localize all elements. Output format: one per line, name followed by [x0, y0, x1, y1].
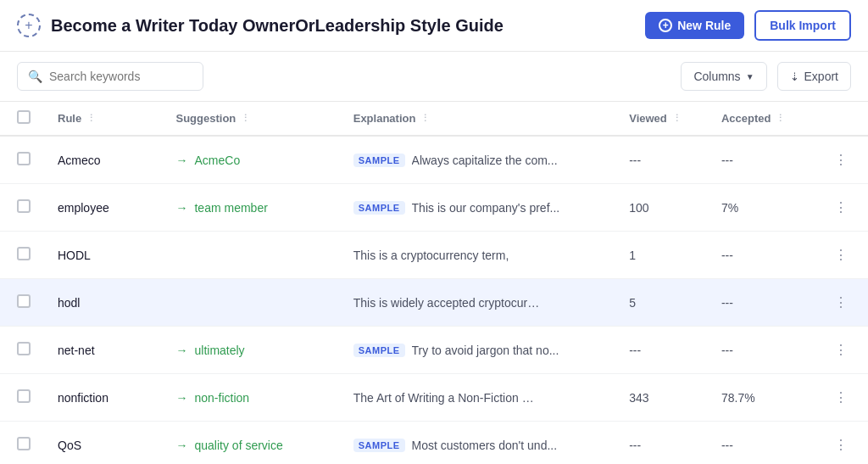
- row-check-cell: [0, 422, 44, 465]
- table-body: Acmeco→AcmeCoSAMPLEAlways capitalize the…: [0, 136, 868, 464]
- accepted-cell: ---: [708, 136, 814, 184]
- rule-cell: net-net: [44, 327, 162, 374]
- download-icon: ⇣: [790, 70, 799, 83]
- explanation-text: Always capitalize the com...: [412, 154, 558, 167]
- viewed-sort-icon[interactable]: ⋮: [672, 113, 682, 124]
- arrow-right-icon: →: [175, 154, 187, 167]
- rule-cell: HODL: [44, 232, 162, 279]
- actions-cell: ⋮: [814, 279, 868, 327]
- arrow-right-icon: →: [175, 201, 187, 215]
- new-rule-plus-icon: +: [659, 19, 672, 32]
- row-actions-button[interactable]: ⋮: [827, 338, 854, 361]
- row-checkbox[interactable]: [17, 152, 31, 165]
- explanation-text: This is widely accepted cryptocurrenc...: [353, 296, 540, 310]
- table-row: net-net→ultimatelySAMPLETry to avoid jar…: [0, 327, 868, 374]
- col-header-accepted: Accepted ⋮: [708, 102, 814, 136]
- bulk-import-label: Bulk Import: [770, 19, 836, 32]
- row-checkbox[interactable]: [17, 199, 31, 213]
- row-check-cell: [0, 327, 44, 374]
- columns-label: Columns: [693, 70, 740, 83]
- row-check-cell: [0, 136, 44, 184]
- row-check-cell: [0, 184, 44, 232]
- col-header-viewed: Viewed ⋮: [615, 102, 708, 136]
- explanation-text: Try to avoid jargon that no...: [412, 344, 559, 357]
- row-actions-button[interactable]: ⋮: [827, 148, 854, 171]
- explanation-sort-icon[interactable]: ⋮: [420, 113, 430, 124]
- explanation-inner: This is widely accepted cryptocurrenc...: [353, 296, 602, 310]
- row-checkbox[interactable]: [17, 247, 31, 260]
- new-rule-label: New Rule: [677, 19, 731, 32]
- columns-button[interactable]: Columns ▼: [681, 62, 766, 91]
- table-row: employee→team memberSAMPLEThis is our co…: [0, 184, 868, 232]
- col-accepted-label: Accepted: [721, 112, 771, 125]
- row-actions-button[interactable]: ⋮: [827, 243, 854, 266]
- row-checkbox[interactable]: [17, 389, 31, 403]
- row-actions-button[interactable]: ⋮: [827, 386, 854, 409]
- col-header-actions: [814, 102, 868, 136]
- search-input[interactable]: [49, 70, 192, 83]
- explanation-text: Most customers don't und...: [412, 439, 558, 452]
- suggestion-cell: →non-fiction: [162, 374, 339, 422]
- suggestion-cell: →quality of service: [162, 422, 339, 465]
- rule-sort-icon[interactable]: ⋮: [86, 113, 96, 124]
- col-header-check: [0, 102, 44, 136]
- row-actions-button[interactable]: ⋮: [827, 291, 854, 314]
- suggestion-cell: →team member: [162, 184, 339, 232]
- explanation-text: The Art of Writing a Non-Fiction Book: [353, 391, 540, 405]
- row-checkbox[interactable]: [17, 437, 31, 450]
- actions-cell: ⋮: [814, 327, 868, 374]
- arrow-right-icon: →: [175, 439, 187, 452]
- arrow-right-icon: →: [175, 391, 187, 405]
- col-viewed-label: Viewed: [629, 112, 667, 125]
- explanation-inner: This is a cryptocurrency term,: [353, 249, 602, 262]
- row-actions-button[interactable]: ⋮: [827, 433, 854, 456]
- col-rule-label: Rule: [58, 112, 81, 125]
- suggestion-sort-icon[interactable]: ⋮: [241, 113, 250, 124]
- table-row: hodlThis is widely accepted cryptocurren…: [0, 279, 868, 327]
- new-rule-button[interactable]: + New Rule: [645, 12, 744, 39]
- sample-badge: SAMPLE: [353, 344, 405, 357]
- search-wrapper[interactable]: 🔍: [17, 62, 203, 91]
- col-header-explanation: Explanation ⋮: [340, 102, 615, 136]
- actions-cell: ⋮: [814, 374, 868, 422]
- rule-cell: nonfiction: [44, 374, 162, 422]
- row-checkbox[interactable]: [17, 294, 31, 308]
- accepted-cell: ---: [708, 232, 814, 279]
- explanation-inner: SAMPLEMost customers don't und...: [353, 439, 602, 452]
- actions-cell: ⋮: [814, 232, 868, 279]
- explanation-cell: This is widely accepted cryptocurrenc...: [340, 279, 615, 327]
- explanation-cell: The Art of Writing a Non-Fiction Book: [340, 374, 615, 422]
- accepted-cell: 78.7%: [708, 374, 814, 422]
- viewed-cell: ---: [615, 136, 708, 184]
- row-check-cell: [0, 374, 44, 422]
- viewed-cell: 5: [615, 279, 708, 327]
- accepted-cell: ---: [708, 327, 814, 374]
- actions-cell: ⋮: [814, 184, 868, 232]
- export-button[interactable]: ⇣ Export: [777, 62, 851, 91]
- search-icon: 🔍: [28, 70, 42, 83]
- suggestion-text: team member: [194, 201, 267, 215]
- suggestion-content: →team member: [175, 201, 326, 215]
- table-row: nonfiction→non-fictionThe Art of Writing…: [0, 374, 868, 422]
- rules-table: Rule ⋮ Suggestion ⋮ Explanation ⋮: [0, 102, 868, 464]
- row-actions-button[interactable]: ⋮: [827, 196, 854, 219]
- suggestion-cell: →ultimately: [162, 327, 339, 374]
- row-check-cell: [0, 279, 44, 327]
- select-all-checkbox[interactable]: [17, 110, 31, 124]
- suggestion-content: →ultimately: [175, 344, 326, 357]
- bulk-import-button[interactable]: Bulk Import: [754, 10, 851, 41]
- sample-badge: SAMPLE: [353, 439, 405, 452]
- explanation-inner: SAMPLEAlways capitalize the com...: [353, 154, 602, 167]
- accepted-cell: ---: [708, 422, 814, 465]
- page-title: Become a Writer Today OwnerOrLeadership …: [51, 16, 635, 36]
- accepted-sort-icon[interactable]: ⋮: [776, 113, 785, 124]
- viewed-cell: 1: [615, 232, 708, 279]
- suggestion-content: →AcmeCo: [175, 154, 326, 167]
- rules-table-container: Rule ⋮ Suggestion ⋮ Explanation ⋮: [0, 102, 868, 464]
- row-checkbox[interactable]: [17, 342, 31, 355]
- suggestion-content: →non-fiction: [175, 391, 326, 405]
- toolbar: 🔍 Columns ▼ ⇣ Export: [0, 52, 868, 102]
- accepted-cell: 7%: [708, 184, 814, 232]
- actions-cell: ⋮: [814, 136, 868, 184]
- table-header-row: Rule ⋮ Suggestion ⋮ Explanation ⋮: [0, 102, 868, 136]
